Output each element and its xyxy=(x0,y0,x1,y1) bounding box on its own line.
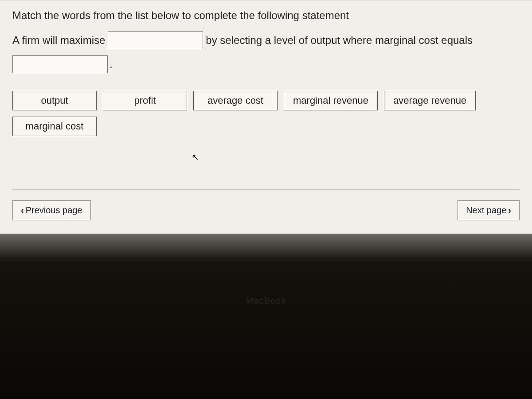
previous-page-button[interactable]: ‹ Previous page xyxy=(12,200,91,220)
word-chip-profit[interactable]: profit xyxy=(103,91,187,110)
statement-part-1: A firm will maximise xyxy=(12,34,105,47)
statement-period: . xyxy=(110,58,113,70)
word-chip-output[interactable]: output xyxy=(12,91,97,110)
desk-background xyxy=(0,262,532,399)
statement-line-1: A firm will maximise by selecting a leve… xyxy=(12,31,520,49)
word-chip-marginal-revenue[interactable]: marginal revenue xyxy=(284,91,378,110)
statement-part-2: by selecting a level of output where mar… xyxy=(206,34,473,47)
device-label: MacBook xyxy=(246,296,286,306)
drop-target-2[interactable] xyxy=(12,55,108,73)
word-chip-average-cost[interactable]: average cost xyxy=(193,91,278,110)
next-label: Next page xyxy=(466,205,506,215)
previous-label: Previous page xyxy=(26,205,82,215)
chevron-left-icon: ‹ xyxy=(21,205,24,215)
word-chip-average-revenue[interactable]: average revenue xyxy=(384,91,476,110)
quiz-panel: Match the words from the list below to c… xyxy=(0,0,532,234)
word-chip-marginal-cost[interactable]: marginal cost xyxy=(12,117,97,136)
instruction-text: Match the words from the list below to c… xyxy=(12,9,520,22)
next-page-button[interactable]: Next page › xyxy=(458,200,520,220)
navigation-bar: ‹ Previous page Next page › xyxy=(12,189,520,220)
statement-line-2: . xyxy=(12,55,520,73)
chevron-right-icon: › xyxy=(508,205,511,215)
drop-target-1[interactable] xyxy=(108,31,203,49)
word-bank: output profit average cost marginal reve… xyxy=(12,91,520,136)
